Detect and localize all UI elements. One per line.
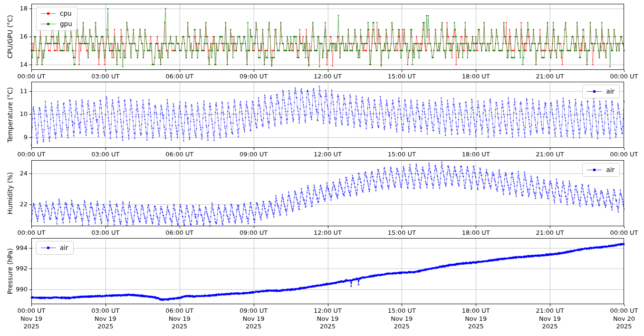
pressure-plot-canvas xyxy=(0,238,644,307)
x-tick-label: 00:00 UT Nov 19 2025 xyxy=(3,307,60,331)
legend-label: air xyxy=(606,87,615,96)
x-tick-label: 00:00 UT xyxy=(3,151,60,159)
pressure-legend: air xyxy=(36,241,74,255)
x-tick-label: 06:00 UT xyxy=(151,229,208,237)
x-tick-label: 15:00 UT xyxy=(373,73,430,81)
x-tick-label: 00:00 UT xyxy=(596,73,644,81)
x-tick-label: 03:00 UT Nov 19 2025 xyxy=(77,307,134,331)
x-tick-label: 21:00 UT xyxy=(521,151,578,159)
x-tick-label: 15:00 UT xyxy=(373,151,430,159)
x-tick-label: 00:00 UT xyxy=(596,229,644,237)
x-tick-label: 06:00 UT Nov 19 2025 xyxy=(151,307,208,331)
x-tick-label: 18:00 UT xyxy=(447,229,504,237)
x-tick-label: 00:00 UT Nov 20 2025 xyxy=(596,307,644,331)
humidity-plot-canvas xyxy=(0,160,644,230)
x-tick-label: 15:00 UT xyxy=(373,229,430,237)
temperature-plot-canvas xyxy=(0,82,644,151)
legend-line-sample-icon xyxy=(587,89,602,94)
temperature-legend: air xyxy=(582,85,620,98)
x-tick-label: 03:00 UT xyxy=(77,229,134,237)
x-tick-label: 12:00 UT xyxy=(299,229,356,237)
pressure-y-axis-label: Pressure (hPa) xyxy=(4,238,16,304)
cpu-gpu-plot-canvas xyxy=(0,4,644,73)
legend-entry-gpu: gpu xyxy=(41,19,72,29)
legend-label: gpu xyxy=(60,19,72,29)
x-tick-label: 09:00 UT xyxy=(225,229,282,237)
cpu-gpu-y-axis-label: CPU/GPU (°C) xyxy=(4,4,16,70)
humidity-y-axis-label: Humidity (%) xyxy=(4,160,16,226)
x-tick-label: 18:00 UT Nov 19 2025 xyxy=(447,307,504,331)
legend-line-sample-icon xyxy=(41,22,56,26)
legend-line-sample-icon xyxy=(587,168,602,172)
x-tick-label: 21:00 UT xyxy=(521,73,578,81)
legend-entry-air: air xyxy=(587,87,615,96)
humidity-legend: air xyxy=(582,163,620,177)
x-tick-label: 18:00 UT xyxy=(447,73,504,81)
legend-line-sample-icon xyxy=(41,246,56,250)
x-tick-label: 06:00 UT xyxy=(151,73,208,81)
legend-label: cpu xyxy=(60,9,72,18)
x-tick-label: 06:00 UT xyxy=(151,151,208,159)
x-tick-label: 18:00 UT xyxy=(447,151,504,159)
legend-entry-air: air xyxy=(41,243,68,252)
x-tick-label: 00:00 UT xyxy=(596,151,644,159)
x-tick-label: 09:00 UT xyxy=(225,73,282,81)
x-tick-label: 21:00 UT Nov 19 2025 xyxy=(521,307,578,331)
x-tick-label: 21:00 UT xyxy=(521,229,578,237)
figure: CPU/GPU (°C) cpugpu Temperature (°C) air… xyxy=(0,0,644,336)
legend-entry-air: air xyxy=(587,165,615,174)
x-tick-label: 12:00 UT xyxy=(299,73,356,81)
x-tick-label: 03:00 UT xyxy=(77,73,134,81)
temperature-y-axis-label: Temperature (°C) xyxy=(4,82,16,148)
legend-line-sample-icon xyxy=(41,11,56,16)
legend-label: air xyxy=(60,243,68,252)
x-tick-label: 00:00 UT xyxy=(3,73,60,81)
legend-entry-cpu: cpu xyxy=(41,9,72,18)
x-tick-label: 12:00 UT xyxy=(299,151,356,159)
x-tick-label: 03:00 UT xyxy=(77,151,134,159)
x-tick-label: 15:00 UT Nov 19 2025 xyxy=(373,307,430,331)
x-tick-label: 09:00 UT Nov 19 2025 xyxy=(225,307,282,331)
legend-label: air xyxy=(606,165,615,174)
x-tick-label: 09:00 UT xyxy=(225,151,282,159)
cpu-gpu-legend: cpugpu xyxy=(36,7,77,31)
x-tick-label: 00:00 UT xyxy=(3,229,60,237)
x-tick-label: 12:00 UT Nov 19 2025 xyxy=(299,307,356,331)
